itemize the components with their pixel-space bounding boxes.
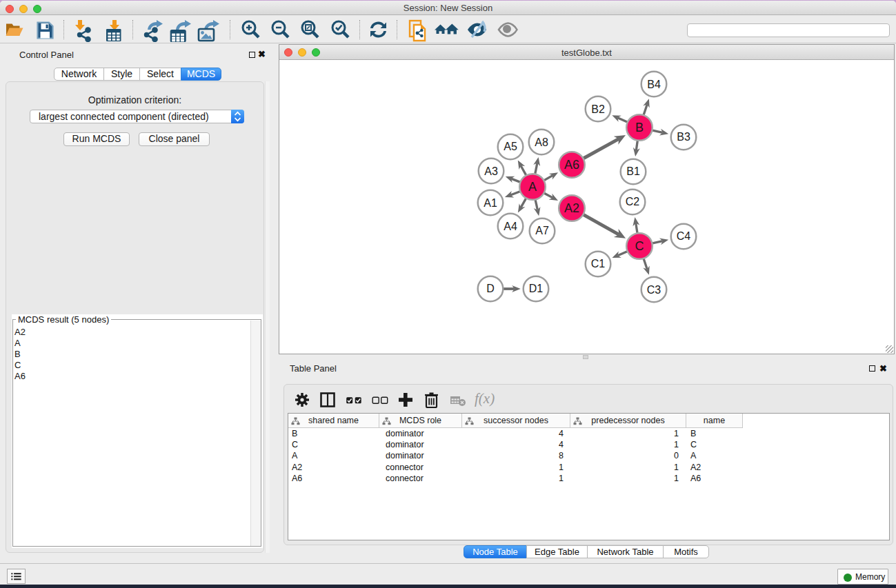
svg-text:B: B [635, 121, 644, 134]
svg-text:C4: C4 [677, 230, 691, 242]
svg-text:A7: A7 [535, 225, 549, 236]
svg-text:D: D [486, 283, 495, 294]
svg-text:A2: A2 [564, 201, 579, 215]
svg-text:A6: A6 [564, 158, 579, 172]
svg-text:A3: A3 [484, 165, 498, 177]
svg-text:B3: B3 [677, 131, 690, 143]
svg-text:D1: D1 [529, 283, 544, 294]
svg-text:B4: B4 [647, 79, 661, 90]
svg-text:A: A [528, 180, 537, 194]
svg-text:B2: B2 [591, 103, 605, 115]
svg-text:C2: C2 [626, 196, 640, 207]
svg-text:C1: C1 [591, 258, 606, 270]
svg-text:A1: A1 [484, 197, 497, 209]
svg-text:C: C [635, 239, 644, 253]
svg-text:A5: A5 [504, 141, 517, 152]
svg-text:A4: A4 [504, 221, 517, 232]
svg-text:C3: C3 [647, 284, 661, 296]
svg-text:A8: A8 [535, 136, 548, 148]
svg-text:B1: B1 [626, 165, 640, 177]
